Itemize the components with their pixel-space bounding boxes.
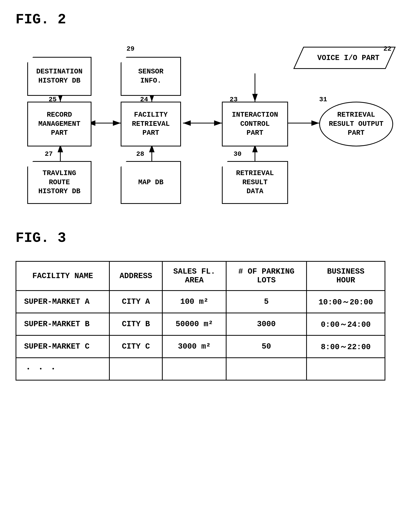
table-header-row: FACILITY NAME ADDRESS SALES FL.AREA # OF… [16, 261, 385, 290]
destination-history-db-box: DESTINATIONHISTORY DB [27, 57, 91, 96]
cell-sales-3: 3000 m² [162, 335, 226, 358]
col-facility-name: FACILITY NAME [16, 261, 109, 290]
map-db-box: MAP DB [121, 161, 181, 204]
interaction-control-box: INTERACTIONCONTROLPART [222, 102, 288, 146]
cell-facility-name-1: SUPER-MARKET A [16, 290, 109, 313]
col-parking: # OF PARKINGLOTS [226, 261, 306, 290]
cell-sales-2: 50000 m² [162, 313, 226, 335]
fig3-section: FIG. 3 FACILITY NAME ADDRESS SALES FL.AR… [15, 230, 405, 381]
fig2-title: FIG. 2 [15, 12, 405, 28]
table-row: SUPER-MARKET C CITY C 3000 m² 50 8:00～22… [16, 335, 385, 358]
cell-address-3: CITY C [109, 335, 162, 358]
cell-sales-1: 100 m² [162, 290, 226, 313]
cell-facility-name-2: SUPER-MARKET B [16, 313, 109, 335]
retrieval-result-output-box: RETRIEVALRESULT OUTPUTPART [319, 102, 393, 146]
num-29: 29 [127, 45, 135, 53]
facility-retrieval-box: FACILITYRETRIEVALPART [121, 102, 181, 146]
col-business-hour: BUSINESSHOUR [307, 261, 385, 290]
sensor-info-box: SENSORINFO. [121, 57, 181, 96]
fig3-title: FIG. 3 [15, 230, 405, 246]
cell-hours-2: 0:00～24:00 [307, 313, 385, 335]
retrieval-result-data-box: RETRIEVALRESULTDATA [222, 161, 288, 204]
col-sales-area: SALES FL.AREA [162, 261, 226, 290]
cell-parking-1: 5 [226, 290, 306, 313]
table-row: SUPER-MARKET B CITY B 50000 m² 3000 0:00… [16, 313, 385, 335]
num-30: 30 [233, 150, 241, 158]
table-row: ・ ・ ・ [16, 358, 385, 380]
voice-io-label: VOICE I/O PART [304, 47, 393, 69]
cell-address-1: CITY A [109, 290, 162, 313]
cell-address-2: CITY B [109, 313, 162, 335]
num-28: 28 [136, 150, 144, 158]
cell-facility-name-3: SUPER-MARKET C [16, 335, 109, 358]
facility-table: FACILITY NAME ADDRESS SALES FL.AREA # OF… [15, 261, 385, 381]
cell-empty-2 [162, 358, 226, 380]
cell-empty-3 [226, 358, 306, 380]
cell-parking-3: 50 [226, 335, 306, 358]
fig2-diagram: 29 26 25 24 23 22 31 27 28 30 VOICE I/O … [15, 35, 405, 211]
table-row: SUPER-MARKET A CITY A 100 m² 5 10:00～20:… [16, 290, 385, 313]
cell-empty-1 [109, 358, 162, 380]
num-27: 27 [45, 150, 53, 158]
cell-parking-2: 3000 [226, 313, 306, 335]
record-management-box: RECORDMANAGEMENTPART [27, 102, 91, 146]
cell-ellipsis: ・ ・ ・ [16, 358, 109, 380]
travling-route-box: TRAVLINGROUTEHISTORY DB [27, 161, 91, 204]
fig2-section: FIG. 2 [15, 12, 405, 211]
col-address: ADDRESS [109, 261, 162, 290]
cell-hours-1: 10:00～20:00 [307, 290, 385, 313]
cell-empty-4 [307, 358, 385, 380]
cell-hours-3: 8:00～22:00 [307, 335, 385, 358]
num-31: 31 [319, 96, 327, 103]
